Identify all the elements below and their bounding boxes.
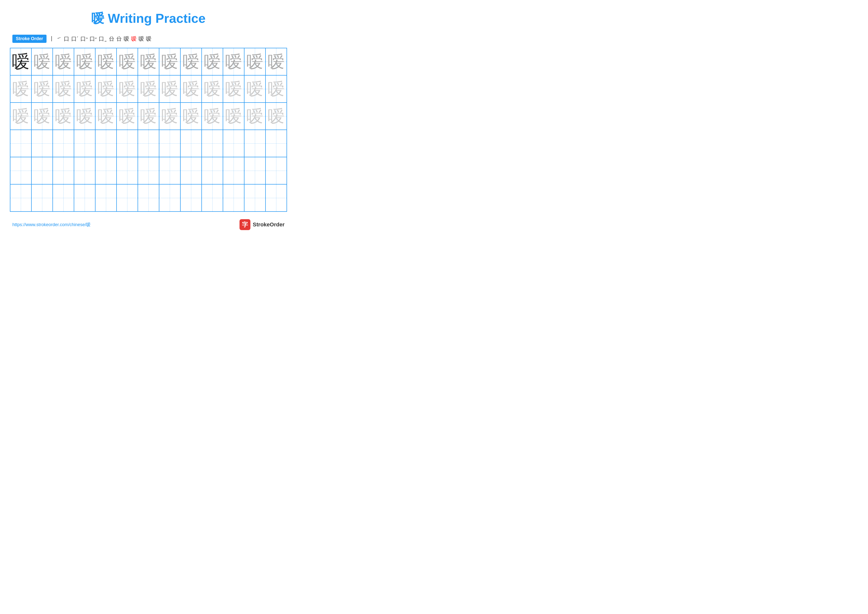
stroke-step-11: 嗳 bbox=[131, 35, 136, 43]
grid-cell-r1-c7[interactable]: 嗳 bbox=[138, 48, 159, 75]
grid-cell-r3-c2[interactable]: 嗳 bbox=[31, 103, 53, 130]
grid-cell-r2-c10[interactable]: 嗳 bbox=[202, 75, 223, 103]
grid-cell-r2-c13[interactable]: 嗳 bbox=[265, 75, 287, 103]
stroke-step-12: 嗳 bbox=[139, 35, 144, 43]
grid-cell-r6-c12[interactable] bbox=[244, 184, 265, 211]
stroke-step-3: 口 bbox=[64, 35, 69, 43]
grid-cell-r1-c3[interactable]: 嗳 bbox=[53, 48, 74, 75]
grid-cell-r6-c2[interactable] bbox=[31, 184, 53, 211]
grid-cell-r3-c7[interactable]: 嗳 bbox=[138, 103, 159, 130]
grid-cell-r5-c12[interactable] bbox=[244, 157, 265, 184]
grid-cell-r4-c8[interactable] bbox=[159, 130, 180, 157]
grid-cell-r3-c8[interactable]: 嗳 bbox=[159, 103, 180, 130]
stroke-step-1: ⼁ bbox=[49, 35, 54, 43]
grid-cell-r2-c2[interactable]: 嗳 bbox=[31, 75, 53, 103]
grid-cell-r6-c7[interactable] bbox=[138, 184, 159, 211]
grid-cell-r5-c10[interactable] bbox=[202, 157, 223, 184]
grid-cell-r3-c9[interactable]: 嗳 bbox=[180, 103, 202, 130]
stroke-order-row: Stroke Order ⼁ ㇀ 口 口´ 口˵ 口˶ 口˷ 㕣 㕣 嗳 嗳 嗳… bbox=[10, 35, 287, 43]
grid-cell-r1-c11[interactable]: 嗳 bbox=[223, 48, 244, 75]
stroke-step-9: 㕣 bbox=[116, 35, 122, 43]
grid-cell-r6-c10[interactable] bbox=[202, 184, 223, 211]
grid-cell-r3-c4[interactable]: 嗳 bbox=[74, 103, 95, 130]
stroke-step-2: ㇀ bbox=[56, 35, 62, 43]
grid-cell-r2-c4[interactable]: 嗳 bbox=[74, 75, 95, 103]
grid-cell-r6-c6[interactable] bbox=[116, 184, 138, 211]
grid-cell-r2-c8[interactable]: 嗳 bbox=[159, 75, 180, 103]
grid-cell-r3-c6[interactable]: 嗳 bbox=[116, 103, 138, 130]
grid-cell-r1-c9[interactable]: 嗳 bbox=[180, 48, 202, 75]
logo-icon: 字 bbox=[240, 219, 250, 230]
grid-cell-r4-c12[interactable] bbox=[244, 130, 265, 157]
grid-cell-r1-c13[interactable]: 嗳 bbox=[265, 48, 287, 75]
grid-cell-r6-c13[interactable] bbox=[265, 184, 287, 211]
grid-cell-r5-c2[interactable] bbox=[31, 157, 53, 184]
grid-cell-r3-c12[interactable]: 嗳 bbox=[244, 103, 265, 130]
grid-cell-r2-c3[interactable]: 嗳 bbox=[53, 75, 74, 103]
grid-cell-r4-c11[interactable] bbox=[223, 130, 244, 157]
grid-cell-r5-c1[interactable] bbox=[10, 157, 31, 184]
grid-cell-r6-c3[interactable] bbox=[53, 184, 74, 211]
grid-cell-r5-c8[interactable] bbox=[159, 157, 180, 184]
grid-cell-r3-c1[interactable]: 嗳 bbox=[10, 103, 31, 130]
grid-cell-r6-c11[interactable] bbox=[223, 184, 244, 211]
grid-cell-r6-c1[interactable] bbox=[10, 184, 31, 211]
footer: https://www.strokeorder.com/chinese/嗳 字 … bbox=[10, 219, 287, 230]
grid-cell-r1-c4[interactable]: 嗳 bbox=[74, 48, 95, 75]
grid-cell-r1-c6[interactable]: 嗳 bbox=[116, 48, 138, 75]
grid-cell-r4-c10[interactable] bbox=[202, 130, 223, 157]
grid-cell-r5-c7[interactable] bbox=[138, 157, 159, 184]
stroke-step-7: 口˷ bbox=[99, 35, 107, 43]
grid-cell-r3-c13[interactable]: 嗳 bbox=[265, 103, 287, 130]
char-reference: 嗳 bbox=[12, 50, 30, 73]
grid-cell-r4-c6[interactable] bbox=[116, 130, 138, 157]
grid-cell-r3-c10[interactable]: 嗳 bbox=[202, 103, 223, 130]
grid-cell-r5-c13[interactable] bbox=[265, 157, 287, 184]
grid-cell-r1-c8[interactable]: 嗳 bbox=[159, 48, 180, 75]
grid-cell-r5-c5[interactable] bbox=[95, 157, 116, 184]
logo-text: StrokeOrder bbox=[253, 221, 285, 228]
grid-cell-r5-c9[interactable] bbox=[180, 157, 202, 184]
grid-cell-r3-c3[interactable]: 嗳 bbox=[53, 103, 74, 130]
grid-cell-r2-c5[interactable]: 嗳 bbox=[95, 75, 116, 103]
stroke-step-5: 口˵ bbox=[81, 35, 88, 43]
grid-cell-r6-c4[interactable] bbox=[74, 184, 95, 211]
grid-cell-r1-c2[interactable]: 嗳 bbox=[31, 48, 53, 75]
practice-grid: 嗳 嗳 嗳 嗳 嗳 嗳 嗳 嗳 嗳 嗳 嗳 嗳 嗳 嗳 嗳 嗳 嗳 嗳 嗳 嗳 … bbox=[10, 48, 287, 212]
grid-cell-r6-c5[interactable] bbox=[95, 184, 116, 211]
footer-url[interactable]: https://www.strokeorder.com/chinese/嗳 bbox=[12, 222, 91, 228]
grid-cell-r2-c7[interactable]: 嗳 bbox=[138, 75, 159, 103]
grid-cell-r4-c1[interactable] bbox=[10, 130, 31, 157]
grid-cell-r4-c13[interactable] bbox=[265, 130, 287, 157]
stroke-step-4: 口´ bbox=[71, 35, 78, 43]
grid-cell-r1-c10[interactable]: 嗳 bbox=[202, 48, 223, 75]
footer-logo: 字 StrokeOrder bbox=[240, 219, 285, 230]
page-title: 嗳 Writing Practice bbox=[10, 10, 287, 27]
stroke-step-8: 㕣 bbox=[109, 35, 114, 43]
stroke-step-6: 口˶ bbox=[90, 35, 97, 43]
grid-cell-r4-c5[interactable] bbox=[95, 130, 116, 157]
grid-cell-r4-c4[interactable] bbox=[74, 130, 95, 157]
grid-cell-r1-c5[interactable]: 嗳 bbox=[95, 48, 116, 75]
grid-cell-r2-c6[interactable]: 嗳 bbox=[116, 75, 138, 103]
grid-cell-r3-c5[interactable]: 嗳 bbox=[95, 103, 116, 130]
grid-cell-r4-c9[interactable] bbox=[180, 130, 202, 157]
grid-cell-r1-c12[interactable]: 嗳 bbox=[244, 48, 265, 75]
grid-cell-r4-c7[interactable] bbox=[138, 130, 159, 157]
grid-cell-r5-c3[interactable] bbox=[53, 157, 74, 184]
grid-cell-r2-c12[interactable]: 嗳 bbox=[244, 75, 265, 103]
grid-cell-r3-c11[interactable]: 嗳 bbox=[223, 103, 244, 130]
grid-cell-r5-c11[interactable] bbox=[223, 157, 244, 184]
stroke-order-badge: Stroke Order bbox=[12, 35, 46, 43]
grid-cell-r4-c3[interactable] bbox=[53, 130, 74, 157]
stroke-step-10: 嗳 bbox=[124, 35, 129, 43]
grid-cell-r2-c1[interactable]: 嗳 bbox=[10, 75, 31, 103]
grid-cell-r1-c1[interactable]: 嗳 bbox=[10, 48, 31, 75]
grid-cell-r6-c9[interactable] bbox=[180, 184, 202, 211]
grid-cell-r2-c11[interactable]: 嗳 bbox=[223, 75, 244, 103]
grid-cell-r4-c2[interactable] bbox=[31, 130, 53, 157]
grid-cell-r5-c4[interactable] bbox=[74, 157, 95, 184]
grid-cell-r2-c9[interactable]: 嗳 bbox=[180, 75, 202, 103]
grid-cell-r5-c6[interactable] bbox=[116, 157, 138, 184]
grid-cell-r6-c8[interactable] bbox=[159, 184, 180, 211]
